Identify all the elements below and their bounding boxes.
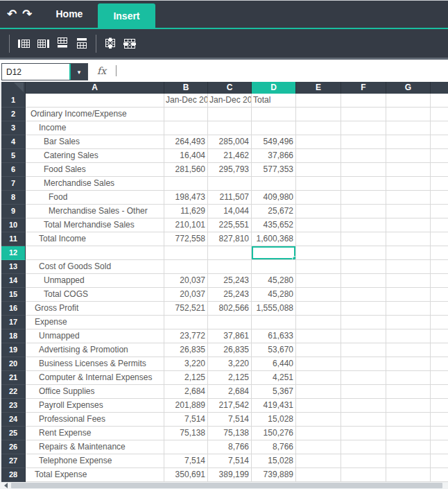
cell-G5[interactable] — [386, 149, 431, 163]
column-header-G[interactable]: G — [386, 82, 431, 94]
cell-C10[interactable]: 225,551 — [208, 218, 252, 232]
cell-H6[interactable] — [431, 163, 448, 177]
cell-E12[interactable] — [296, 246, 341, 260]
cell-H17[interactable] — [431, 316, 448, 329]
cell-D9[interactable]: 25,672 — [252, 205, 296, 218]
cell-G11[interactable] — [386, 232, 431, 246]
cell-B20[interactable]: 3,220 — [164, 357, 208, 371]
tab-insert[interactable]: Insert — [98, 3, 155, 28]
cell-E20[interactable] — [296, 357, 341, 371]
cell-F8[interactable] — [341, 191, 386, 205]
cell-F27[interactable] — [341, 454, 386, 468]
cell-D7[interactable] — [252, 177, 296, 191]
cell-C2[interactable] — [208, 108, 252, 121]
cell-G26[interactable] — [386, 440, 431, 454]
cell-A3[interactable]: Income — [26, 121, 164, 135]
cell-D3[interactable] — [252, 121, 296, 135]
cell-E25[interactable] — [296, 427, 341, 440]
cell-D1[interactable]: Total — [252, 94, 296, 108]
cell-D10[interactable]: 435,652 — [252, 218, 296, 232]
row-header-12[interactable]: 12 — [1, 246, 26, 260]
cell-B18[interactable]: 23,772 — [164, 329, 208, 343]
cell-G16[interactable] — [386, 302, 431, 316]
cell-G15[interactable] — [386, 288, 431, 302]
cell-F7[interactable] — [341, 177, 386, 191]
cell-E22[interactable] — [296, 385, 341, 399]
cell-H10[interactable] — [431, 218, 448, 232]
cell-A24[interactable]: Professional Fees — [26, 413, 164, 427]
cell-B16[interactable]: 752,521 — [164, 302, 208, 316]
cell-E24[interactable] — [296, 413, 341, 427]
cell-F16[interactable] — [341, 302, 386, 316]
cell-F4[interactable] — [341, 135, 386, 149]
cell-B6[interactable]: 281,560 — [164, 163, 208, 177]
cell-F28[interactable] — [341, 468, 386, 482]
cell-C25[interactable]: 75,138 — [208, 427, 252, 440]
cell-G25[interactable] — [386, 427, 431, 440]
row-header-23[interactable]: 23 — [1, 399, 26, 413]
cell-A20[interactable]: Business Licenses & Permits — [26, 357, 164, 371]
scroll-left-button[interactable] — [0, 482, 11, 489]
cell-C24[interactable]: 7,514 — [208, 413, 252, 427]
cell-G21[interactable] — [386, 371, 431, 385]
cell-B15[interactable]: 20,037 — [164, 288, 208, 302]
scrollbar-thumb[interactable] — [11, 483, 442, 488]
cell-B23[interactable]: 201,889 — [164, 399, 208, 413]
cell-H22[interactable] — [431, 385, 448, 399]
cell-C1[interactable]: Jan-Dec 20 — [208, 94, 252, 108]
cell-F6[interactable] — [341, 163, 386, 177]
cell-C23[interactable]: 217,542 — [208, 399, 252, 413]
cell-D13[interactable] — [252, 260, 296, 274]
cell-A15[interactable]: Total COGS — [26, 288, 164, 302]
cell-H12[interactable] — [431, 246, 448, 260]
cell-D21[interactable]: 4,251 — [252, 371, 296, 385]
cell-D11[interactable]: 1,600,368 — [252, 232, 296, 246]
cell-C20[interactable]: 3,220 — [208, 357, 252, 371]
cell-A1[interactable] — [26, 94, 164, 108]
cell-D15[interactable]: 45,280 — [252, 288, 296, 302]
cell-H25[interactable] — [431, 427, 448, 440]
row-header-20[interactable]: 20 — [1, 357, 26, 371]
cell-H23[interactable] — [431, 399, 448, 413]
cell-G12[interactable] — [386, 246, 431, 260]
cell-C7[interactable] — [208, 177, 252, 191]
cell-C16[interactable]: 802,566 — [208, 302, 252, 316]
cell-B10[interactable]: 210,101 — [164, 218, 208, 232]
row-header-5[interactable]: 5 — [1, 149, 26, 163]
cell-B1[interactable]: Jan-Dec 20 — [164, 94, 208, 108]
cell-F21[interactable] — [341, 371, 386, 385]
cell-H27[interactable] — [431, 454, 448, 468]
cell-C26[interactable]: 8,766 — [208, 440, 252, 454]
cell-D14[interactable]: 45,280 — [252, 274, 296, 288]
cell-A22[interactable]: Office Supplies — [26, 385, 164, 399]
cell-A19[interactable]: Advertising & Promotion — [26, 343, 164, 357]
name-box-value[interactable]: D12 — [2, 64, 69, 80]
cell-F18[interactable] — [341, 329, 386, 343]
row-header-1[interactable]: 1 — [1, 94, 26, 108]
cell-D12[interactable] — [252, 246, 296, 260]
cell-H26[interactable] — [431, 440, 448, 454]
cell-B22[interactable]: 2,684 — [164, 385, 208, 399]
row-header-17[interactable]: 17 — [1, 316, 26, 329]
cell-B12[interactable] — [164, 246, 208, 260]
cell-E27[interactable] — [296, 454, 341, 468]
cell-H24[interactable] — [431, 413, 448, 427]
cell-D2[interactable] — [252, 108, 296, 121]
cell-F23[interactable] — [341, 399, 386, 413]
cell-B4[interactable]: 264,493 — [164, 135, 208, 149]
cell-H7[interactable] — [431, 177, 448, 191]
cell-E2[interactable] — [296, 108, 341, 121]
cell-F14[interactable] — [341, 274, 386, 288]
cell-B26[interactable] — [164, 440, 208, 454]
cell-E9[interactable] — [296, 205, 341, 218]
cell-G1[interactable] — [386, 94, 431, 108]
cell-C15[interactable]: 25,243 — [208, 288, 252, 302]
row-header-16[interactable]: 16 — [1, 302, 26, 316]
cell-F9[interactable] — [341, 205, 386, 218]
cell-C5[interactable]: 21,462 — [208, 149, 252, 163]
cell-G19[interactable] — [386, 343, 431, 357]
cell-F10[interactable] — [341, 218, 386, 232]
cell-E6[interactable] — [296, 163, 341, 177]
cell-F2[interactable] — [341, 108, 386, 121]
row-header-2[interactable]: 2 — [1, 108, 26, 121]
